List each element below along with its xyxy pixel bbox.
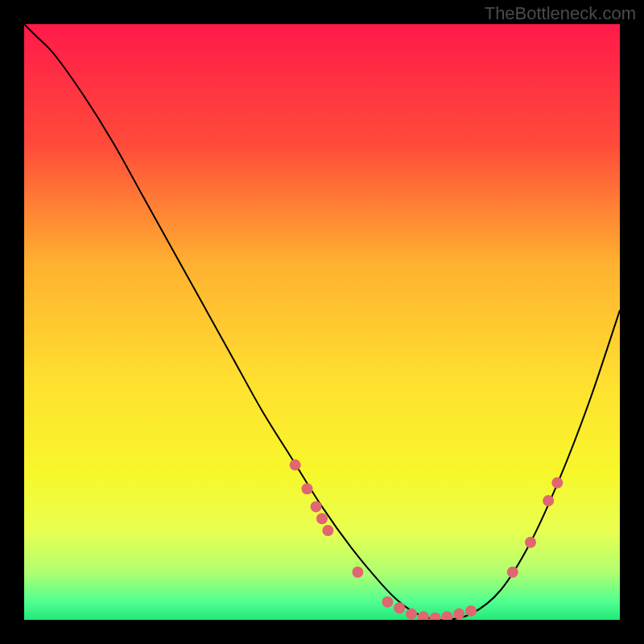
data-marker	[507, 567, 518, 578]
curve-layer	[24, 24, 620, 620]
data-markers	[290, 460, 564, 620]
data-marker	[453, 609, 464, 620]
data-marker	[352, 567, 363, 578]
data-marker	[418, 611, 429, 620]
data-marker	[382, 597, 393, 608]
watermark-text: TheBottleneck.com	[485, 3, 636, 24]
data-marker	[311, 501, 322, 512]
data-marker	[316, 513, 328, 524]
data-marker	[394, 602, 405, 613]
data-marker	[302, 483, 313, 494]
data-marker	[441, 611, 452, 620]
data-marker	[406, 609, 417, 620]
data-marker	[322, 525, 333, 536]
bottleneck-curve	[24, 24, 620, 620]
data-marker	[465, 605, 477, 617]
data-marker	[525, 537, 536, 548]
data-marker	[543, 495, 554, 506]
data-marker	[551, 477, 563, 489]
data-marker	[290, 460, 301, 471]
data-marker	[430, 613, 441, 620]
chart-container	[24, 24, 620, 620]
